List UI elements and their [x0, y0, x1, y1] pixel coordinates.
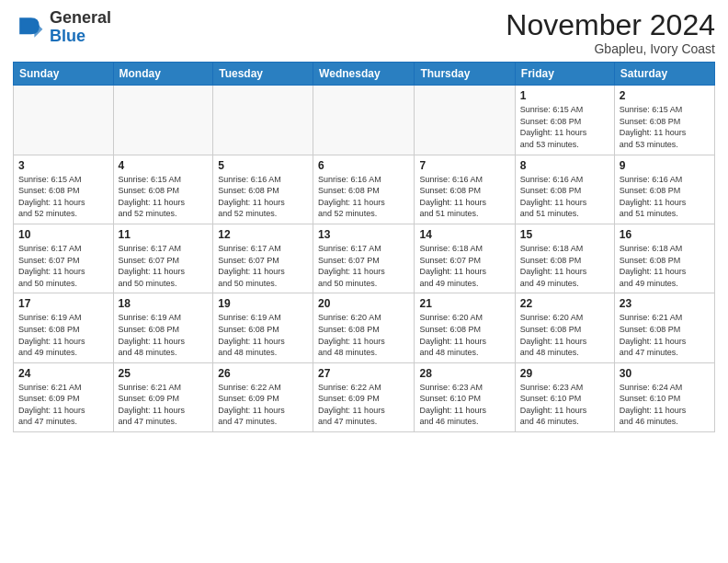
calendar-cell: 25Sunrise: 6:21 AM Sunset: 6:09 PM Dayli…: [113, 362, 213, 431]
calendar-cell: 8Sunrise: 6:16 AM Sunset: 6:08 PM Daylig…: [515, 155, 614, 224]
day-number: 8: [520, 159, 609, 172]
calendar-cell: 17Sunrise: 6:19 AM Sunset: 6:08 PM Dayli…: [14, 293, 114, 362]
calendar-cell: [14, 86, 114, 155]
header-sunday: Sunday: [14, 63, 114, 86]
calendar-cell: 15Sunrise: 6:18 AM Sunset: 6:08 PM Dayli…: [515, 224, 614, 293]
day-info: Sunrise: 6:20 AM Sunset: 6:08 PM Dayligh…: [318, 312, 409, 358]
calendar-cell: 28Sunrise: 6:23 AM Sunset: 6:10 PM Dayli…: [415, 362, 515, 431]
day-info: Sunrise: 6:18 AM Sunset: 6:07 PM Dayligh…: [419, 243, 509, 289]
calendar-cell: 16Sunrise: 6:18 AM Sunset: 6:08 PM Dayli…: [614, 224, 714, 293]
page: General Blue November 2024 Gbapleu, Ivor…: [0, 0, 728, 445]
calendar-cell: 5Sunrise: 6:16 AM Sunset: 6:08 PM Daylig…: [213, 155, 313, 224]
header: General Blue November 2024 Gbapleu, Ivor…: [13, 9, 715, 56]
day-info: Sunrise: 6:16 AM Sunset: 6:08 PM Dayligh…: [419, 174, 509, 220]
day-number: 16: [620, 228, 710, 241]
day-info: Sunrise: 6:23 AM Sunset: 6:10 PM Dayligh…: [419, 382, 509, 428]
calendar-cell: [213, 86, 313, 155]
day-info: Sunrise: 6:18 AM Sunset: 6:08 PM Dayligh…: [620, 243, 710, 289]
day-info: Sunrise: 6:24 AM Sunset: 6:10 PM Dayligh…: [620, 382, 710, 428]
day-info: Sunrise: 6:16 AM Sunset: 6:08 PM Dayligh…: [218, 174, 308, 220]
calendar-cell: 18Sunrise: 6:19 AM Sunset: 6:08 PM Dayli…: [113, 293, 213, 362]
day-info: Sunrise: 6:15 AM Sunset: 6:08 PM Dayligh…: [119, 174, 209, 220]
calendar-cell: 7Sunrise: 6:16 AM Sunset: 6:08 PM Daylig…: [415, 155, 515, 224]
calendar-week-2: 3Sunrise: 6:15 AM Sunset: 6:08 PM Daylig…: [14, 155, 715, 224]
day-number: 29: [520, 367, 609, 380]
day-info: Sunrise: 6:20 AM Sunset: 6:08 PM Dayligh…: [419, 312, 509, 358]
calendar-cell: [313, 86, 415, 155]
month-title: November 2024: [506, 9, 715, 41]
calendar-week-5: 24Sunrise: 6:21 AM Sunset: 6:09 PM Dayli…: [14, 362, 715, 431]
calendar-cell: 10Sunrise: 6:17 AM Sunset: 6:07 PM Dayli…: [14, 224, 114, 293]
day-number: 5: [218, 159, 308, 172]
header-monday: Monday: [113, 63, 213, 86]
day-number: 2: [620, 89, 710, 102]
day-number: 6: [318, 159, 409, 172]
logo-icon: [13, 11, 46, 44]
day-info: Sunrise: 6:22 AM Sunset: 6:09 PM Dayligh…: [218, 382, 308, 428]
day-number: 1: [520, 89, 609, 102]
calendar-cell: 24Sunrise: 6:21 AM Sunset: 6:09 PM Dayli…: [14, 362, 114, 431]
header-friday: Friday: [515, 63, 614, 86]
calendar-cell: 11Sunrise: 6:17 AM Sunset: 6:07 PM Dayli…: [113, 224, 213, 293]
calendar-cell: [415, 86, 515, 155]
calendar-cell: 1Sunrise: 6:15 AM Sunset: 6:08 PM Daylig…: [515, 86, 614, 155]
day-info: Sunrise: 6:23 AM Sunset: 6:10 PM Dayligh…: [520, 382, 609, 428]
day-number: 3: [18, 159, 108, 172]
day-info: Sunrise: 6:19 AM Sunset: 6:08 PM Dayligh…: [119, 312, 209, 358]
day-info: Sunrise: 6:18 AM Sunset: 6:08 PM Dayligh…: [520, 243, 609, 289]
day-info: Sunrise: 6:15 AM Sunset: 6:08 PM Dayligh…: [620, 104, 710, 150]
location: Gbapleu, Ivory Coast: [506, 41, 715, 56]
calendar-week-1: 1Sunrise: 6:15 AM Sunset: 6:08 PM Daylig…: [14, 86, 715, 155]
day-info: Sunrise: 6:21 AM Sunset: 6:09 PM Dayligh…: [119, 382, 209, 428]
calendar-header-row: Sunday Monday Tuesday Wednesday Thursday…: [14, 63, 715, 86]
calendar-cell: 27Sunrise: 6:22 AM Sunset: 6:09 PM Dayli…: [313, 362, 415, 431]
calendar-cell: 2Sunrise: 6:15 AM Sunset: 6:08 PM Daylig…: [614, 86, 714, 155]
calendar-cell: 30Sunrise: 6:24 AM Sunset: 6:10 PM Dayli…: [614, 362, 714, 431]
day-number: 11: [119, 228, 209, 241]
day-number: 17: [18, 297, 108, 310]
day-info: Sunrise: 6:15 AM Sunset: 6:08 PM Dayligh…: [18, 174, 108, 220]
calendar-cell: [113, 86, 213, 155]
calendar-cell: 13Sunrise: 6:17 AM Sunset: 6:07 PM Dayli…: [313, 224, 415, 293]
day-number: 18: [119, 297, 209, 310]
day-info: Sunrise: 6:20 AM Sunset: 6:08 PM Dayligh…: [520, 312, 609, 358]
day-number: 4: [119, 159, 209, 172]
header-tuesday: Tuesday: [213, 63, 313, 86]
calendar-cell: 23Sunrise: 6:21 AM Sunset: 6:08 PM Dayli…: [614, 293, 714, 362]
day-info: Sunrise: 6:19 AM Sunset: 6:08 PM Dayligh…: [218, 312, 308, 358]
calendar-cell: 4Sunrise: 6:15 AM Sunset: 6:08 PM Daylig…: [113, 155, 213, 224]
calendar-cell: 26Sunrise: 6:22 AM Sunset: 6:09 PM Dayli…: [213, 362, 313, 431]
day-number: 23: [620, 297, 710, 310]
day-number: 9: [620, 159, 710, 172]
day-info: Sunrise: 6:21 AM Sunset: 6:09 PM Dayligh…: [18, 382, 108, 428]
day-info: Sunrise: 6:21 AM Sunset: 6:08 PM Dayligh…: [620, 312, 710, 358]
day-number: 14: [419, 228, 509, 241]
calendar-week-3: 10Sunrise: 6:17 AM Sunset: 6:07 PM Dayli…: [14, 224, 715, 293]
calendar-cell: 9Sunrise: 6:16 AM Sunset: 6:08 PM Daylig…: [614, 155, 714, 224]
day-number: 20: [318, 297, 409, 310]
day-number: 27: [318, 367, 409, 380]
day-number: 30: [620, 367, 710, 380]
day-number: 19: [218, 297, 308, 310]
day-number: 12: [218, 228, 308, 241]
calendar-cell: 22Sunrise: 6:20 AM Sunset: 6:08 PM Dayli…: [515, 293, 614, 362]
header-wednesday: Wednesday: [313, 63, 415, 86]
logo-general-text: General: [50, 9, 111, 28]
day-info: Sunrise: 6:17 AM Sunset: 6:07 PM Dayligh…: [318, 243, 409, 289]
title-block: November 2024 Gbapleu, Ivory Coast: [506, 9, 715, 56]
day-number: 21: [419, 297, 509, 310]
day-info: Sunrise: 6:19 AM Sunset: 6:08 PM Dayligh…: [18, 312, 108, 358]
day-info: Sunrise: 6:17 AM Sunset: 6:07 PM Dayligh…: [119, 243, 209, 289]
header-thursday: Thursday: [415, 63, 515, 86]
day-number: 28: [419, 367, 509, 380]
calendar-cell: 6Sunrise: 6:16 AM Sunset: 6:08 PM Daylig…: [313, 155, 415, 224]
day-info: Sunrise: 6:22 AM Sunset: 6:09 PM Dayligh…: [318, 382, 409, 428]
day-info: Sunrise: 6:16 AM Sunset: 6:08 PM Dayligh…: [620, 174, 710, 220]
calendar-cell: 12Sunrise: 6:17 AM Sunset: 6:07 PM Dayli…: [213, 224, 313, 293]
day-info: Sunrise: 6:15 AM Sunset: 6:08 PM Dayligh…: [520, 104, 609, 150]
day-number: 13: [318, 228, 409, 241]
day-number: 15: [520, 228, 609, 241]
calendar-cell: 19Sunrise: 6:19 AM Sunset: 6:08 PM Dayli…: [213, 293, 313, 362]
calendar-cell: 21Sunrise: 6:20 AM Sunset: 6:08 PM Dayli…: [415, 293, 515, 362]
logo-blue-text: Blue: [50, 28, 111, 46]
